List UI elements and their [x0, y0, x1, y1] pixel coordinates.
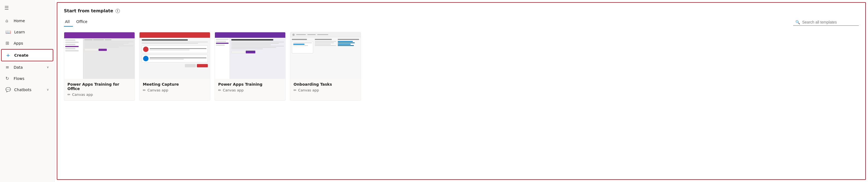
card-meeting-capture[interactable]: Meeting Capture ✏️ Canvas app	[139, 32, 210, 101]
main-content: Start from template i All Office 🔍	[55, 0, 868, 182]
sidebar-label-home: Home	[14, 19, 25, 23]
sidebar-item-home[interactable]: ⌂ Home	[1, 15, 53, 26]
card-title-powerapps-training: Power Apps Training	[218, 82, 282, 86]
card-onboarding-tasks[interactable]: Onboarding Tasks ✏️ Canvas app	[290, 32, 361, 101]
pencil-icon: ✏️	[67, 93, 70, 97]
search-box[interactable]: 🔍	[793, 19, 859, 26]
sidebar-item-flows[interactable]: ↻ Flows	[1, 73, 53, 84]
section-title: Start from template	[64, 8, 113, 14]
search-input[interactable]	[802, 20, 851, 24]
card-title-powerapps-office: Power Apps Training for Office	[67, 82, 131, 91]
create-plus-icon: +	[6, 52, 11, 58]
sidebar-label-create: Create	[14, 53, 28, 57]
card-type-powerapps-office: ✏️ Canvas app	[67, 93, 131, 97]
home-icon: ⌂	[5, 18, 10, 23]
sidebar-label-learn: Learn	[14, 30, 25, 34]
sidebar-item-data[interactable]: ≡ Data ∨	[1, 62, 53, 73]
sidebar-label-apps: Apps	[14, 41, 23, 46]
search-icon: 🔍	[795, 20, 800, 24]
tab-all[interactable]: All	[64, 18, 73, 27]
card-type-label-meeting-capture: Canvas app	[148, 88, 168, 92]
card-body-powerapps-training: Power Apps Training ✏️ Canvas app	[215, 79, 285, 96]
pencil-icon-4: ✏️	[293, 88, 297, 92]
chatbots-icon: 💬	[5, 87, 11, 92]
card-body-meeting-capture: Meeting Capture ✏️ Canvas app	[140, 79, 210, 96]
card-preview-powerapps-training	[215, 32, 285, 79]
template-cards: Power Apps Training for Office ✏️ Canvas…	[64, 32, 859, 101]
card-preview-powerapps-office	[64, 32, 134, 79]
section-header: Start from template i	[64, 8, 859, 14]
info-icon[interactable]: i	[116, 9, 120, 13]
sidebar-item-create[interactable]: + Create	[1, 49, 53, 61]
sidebar-label-chatbots: Chatbots	[14, 87, 31, 92]
hamburger-icon[interactable]: ☰	[4, 5, 9, 11]
sidebar-nav: ⌂ Home 📖 Learn ⊞ Apps + Create ≡ Data ∨ …	[0, 15, 54, 95]
sidebar-label-flows: Flows	[14, 76, 24, 81]
card-type-powerapps-training: ✏️ Canvas app	[218, 88, 282, 92]
apps-icon: ⊞	[5, 41, 10, 46]
sidebar-header: ☰	[0, 2, 54, 15]
chevron-down-icon-chatbots: ∨	[47, 88, 49, 92]
sidebar: ☰ ⌂ Home 📖 Learn ⊞ Apps + Create ≡ Data …	[0, 0, 55, 182]
tabs: All Office	[64, 18, 93, 27]
pencil-icon-2: ✏️	[143, 88, 146, 92]
pencil-icon-3: ✏️	[218, 88, 221, 92]
card-type-label-powerapps-office: Canvas app	[72, 93, 93, 97]
learn-icon: 📖	[5, 29, 11, 34]
card-powerapps-training[interactable]: Power Apps Training ✏️ Canvas app	[215, 32, 286, 101]
card-title-onboarding-tasks: Onboarding Tasks	[293, 82, 358, 86]
card-title-meeting-capture: Meeting Capture	[143, 82, 207, 86]
card-body-powerapps-office: Power Apps Training for Office ✏️ Canvas…	[64, 79, 134, 100]
card-preview-onboarding-tasks	[290, 32, 361, 79]
tab-office[interactable]: Office	[75, 18, 91, 27]
card-type-onboarding-tasks: ✏️ Canvas app	[293, 88, 358, 92]
card-type-label-onboarding-tasks: Canvas app	[298, 88, 319, 92]
sidebar-label-data: Data	[14, 65, 23, 70]
sidebar-item-chatbots[interactable]: 💬 Chatbots ∨	[1, 84, 53, 95]
sidebar-item-apps[interactable]: ⊞ Apps	[1, 38, 53, 48]
tabs-row: All Office 🔍	[64, 18, 859, 27]
card-body-onboarding-tasks: Onboarding Tasks ✏️ Canvas app	[290, 79, 361, 96]
sidebar-item-learn[interactable]: 📖 Learn	[1, 27, 53, 37]
card-type-label-powerapps-training: Canvas app	[223, 88, 244, 92]
card-powerapps-office[interactable]: Power Apps Training for Office ✏️ Canvas…	[64, 32, 135, 101]
card-type-meeting-capture: ✏️ Canvas app	[143, 88, 207, 92]
flows-icon: ↻	[5, 76, 10, 81]
main-inner: Start from template i All Office 🔍	[57, 2, 866, 180]
card-preview-meeting-capture	[140, 32, 210, 79]
chevron-down-icon: ∨	[47, 66, 49, 69]
data-icon: ≡	[5, 64, 10, 70]
